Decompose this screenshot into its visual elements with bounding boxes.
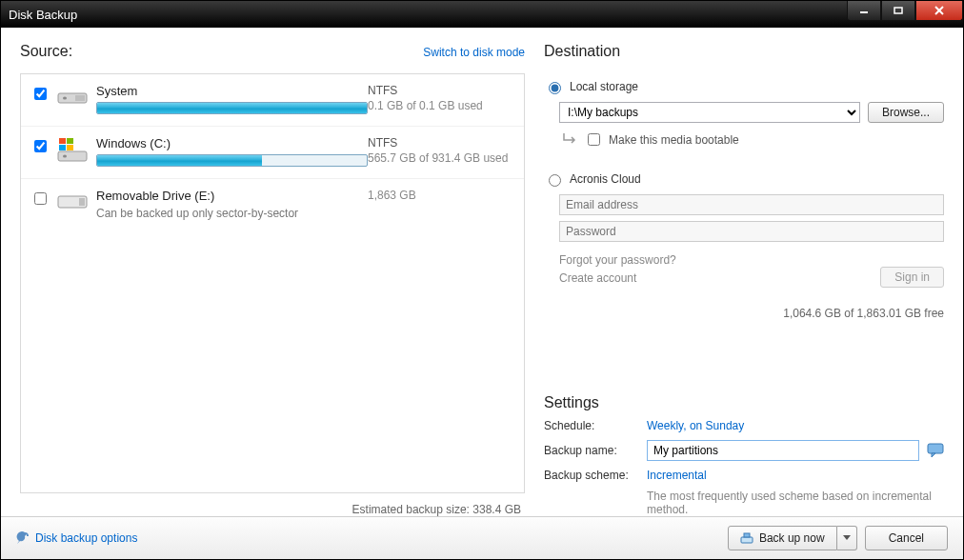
- svg-marker-19: [843, 535, 851, 540]
- source-header-row: Source: Switch to disk mode: [20, 43, 525, 66]
- backup-icon: [740, 532, 753, 544]
- disk-backup-options-link[interactable]: Disk backup options: [16, 531, 137, 545]
- drive-name: System: [96, 84, 368, 98]
- drive-usage: 565.7 GB of 931.4 GB used: [368, 151, 511, 165]
- destination-header-row: Destination: [544, 43, 944, 66]
- backup-scheme-label: Backup scheme:: [544, 469, 639, 482]
- source-panel: Source: Switch to disk mode System NTFS: [20, 43, 525, 516]
- backup-name-label: Backup name:: [544, 444, 639, 457]
- create-account-link[interactable]: Create account: [559, 270, 676, 288]
- forgot-password-link[interactable]: Forgot your password?: [559, 251, 676, 270]
- settings-panel: Settings Schedule: Weekly, on Sunday Bac…: [544, 379, 944, 516]
- settings-heading: Settings: [544, 394, 944, 411]
- browse-button[interactable]: Browse...: [868, 102, 944, 123]
- sign-in-button[interactable]: Sign in: [880, 267, 944, 288]
- backup-name-input[interactable]: [647, 440, 919, 461]
- svg-rect-10: [67, 138, 73, 144]
- drive-checkbox-removable-e[interactable]: [34, 192, 47, 205]
- back-up-now-dropdown[interactable]: [837, 526, 857, 550]
- drive-fs: NTFS: [368, 136, 511, 150]
- back-up-now-button[interactable]: Back up now: [728, 526, 837, 550]
- svg-rect-1: [894, 8, 902, 13]
- client-area: Source: Switch to disk mode System NTFS: [1, 28, 963, 516]
- drive-subtext: Can be backed up only sector-by-sector: [96, 207, 368, 220]
- footer-bar: Disk backup options Back up now Cancel: [1, 516, 963, 559]
- svg-rect-0: [860, 11, 868, 13]
- usage-bar: [96, 154, 368, 167]
- window-controls: [847, 1, 963, 28]
- svg-point-8: [63, 155, 67, 158]
- svg-rect-6: [75, 95, 85, 101]
- svg-rect-7: [58, 151, 87, 161]
- svg-marker-16: [932, 453, 935, 457]
- make-bootable-checkbox[interactable]: [588, 133, 600, 146]
- local-storage-radio-row[interactable]: Local storage: [544, 79, 944, 94]
- close-icon: [934, 6, 945, 15]
- source-heading: Source:: [20, 43, 72, 60]
- local-storage-radio[interactable]: [549, 82, 561, 94]
- titlebar: Disk Backup: [1, 1, 963, 28]
- close-button[interactable]: [915, 1, 963, 21]
- password-field[interactable]: [559, 221, 944, 242]
- schedule-label: Schedule:: [544, 419, 639, 432]
- chevron-down-icon: [843, 535, 851, 541]
- svg-rect-11: [59, 145, 66, 150]
- back-up-now-split-button: Back up now: [728, 526, 857, 550]
- maximize-icon: [894, 7, 903, 14]
- svg-rect-15: [928, 444, 943, 453]
- svg-rect-12: [67, 145, 73, 150]
- bootable-arrow-icon: [563, 132, 578, 147]
- estimated-size-label: Estimated backup size: 338.4 GB: [20, 493, 525, 516]
- minimize-icon: [859, 7, 869, 14]
- drive-name: Removable Drive (E:): [96, 189, 368, 203]
- removable-drive-icon: [56, 190, 89, 217]
- wrench-icon: [16, 531, 30, 545]
- svg-point-5: [63, 97, 67, 100]
- window-title: Disk Backup: [9, 8, 847, 22]
- usage-bar: [96, 102, 368, 114]
- acronis-cloud-radio[interactable]: [549, 174, 561, 187]
- local-storage-label: Local storage: [570, 80, 638, 93]
- acronis-cloud-group: Acronis Cloud Forgot your password? Crea…: [544, 166, 944, 288]
- disk-backup-window: Disk Backup Source: Switch to disk mode: [0, 0, 964, 560]
- maximize-button[interactable]: [881, 1, 915, 21]
- drive-usage: 1,863 GB: [368, 189, 511, 202]
- back-up-now-label: Back up now: [759, 531, 825, 545]
- drive-checkbox-windows-c[interactable]: [34, 140, 47, 152]
- drive-name: Windows (C:): [96, 136, 368, 150]
- drive-list: System NTFS 0.1 GB of 0.1 GB used: [20, 73, 525, 493]
- hdd-icon: [56, 86, 89, 112]
- local-storage-group: Local storage I:\My backups Browse... Ma…: [544, 73, 944, 160]
- right-panel: Destination Local storage I:\My backups …: [544, 43, 944, 516]
- svg-rect-18: [744, 533, 750, 537]
- disk-backup-options-label: Disk backup options: [35, 531, 137, 545]
- backup-scheme-description: The most frequently used scheme based on…: [647, 490, 944, 516]
- acronis-cloud-label: Acronis Cloud: [570, 172, 641, 186]
- drive-usage: 0.1 GB of 0.1 GB used: [368, 99, 511, 112]
- make-bootable-label: Make this media bootable: [609, 133, 739, 147]
- email-field[interactable]: [559, 194, 944, 215]
- backup-scheme-value-link[interactable]: Incremental: [647, 469, 944, 482]
- acronis-cloud-radio-row[interactable]: Acronis Cloud: [544, 171, 944, 187]
- svg-rect-14: [79, 198, 85, 206]
- drive-row-removable-e[interactable]: Removable Drive (E:) Can be backed up on…: [21, 179, 524, 231]
- destination-path-select[interactable]: I:\My backups: [559, 102, 860, 123]
- minimize-button[interactable]: [847, 1, 881, 21]
- drive-row-system[interactable]: System NTFS 0.1 GB of 0.1 GB used: [21, 74, 524, 127]
- svg-rect-9: [59, 138, 66, 144]
- switch-disk-mode-link[interactable]: Switch to disk mode: [423, 46, 525, 59]
- cancel-button[interactable]: Cancel: [865, 526, 948, 550]
- drive-checkbox-system[interactable]: [34, 88, 47, 100]
- schedule-value-link[interactable]: Weekly, on Sunday: [647, 419, 944, 432]
- destination-heading: Destination: [544, 43, 620, 60]
- comment-icon[interactable]: [927, 443, 944, 458]
- destination-free-space: 1,064.6 GB of 1,863.01 GB free: [544, 307, 944, 320]
- drive-row-windows-c[interactable]: Windows (C:) NTFS 565.7 GB of 931.4 GB u…: [21, 127, 524, 179]
- drive-fs: NTFS: [368, 84, 511, 97]
- svg-rect-17: [741, 537, 753, 543]
- windows-drive-icon: [56, 138, 89, 165]
